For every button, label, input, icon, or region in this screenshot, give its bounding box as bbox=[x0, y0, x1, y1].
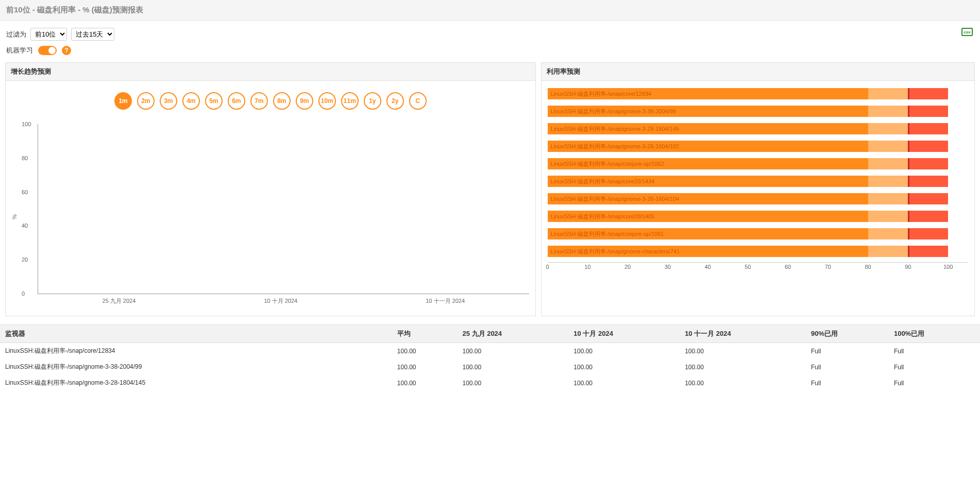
table-header[interactable]: 90%已用 bbox=[806, 325, 889, 343]
table-cell: Full bbox=[889, 359, 980, 375]
chart-ylabel: % bbox=[11, 214, 18, 219]
utilization-forecast-panel: 利用率预测 LinuxSSH:磁盘利用率-/snap/core/12834Lin… bbox=[541, 62, 975, 316]
export-icon[interactable]: csv bbox=[961, 28, 973, 36]
ytick: 40 bbox=[22, 222, 28, 229]
hbar-label: LinuxSSH:磁盘利用率-/snap/conjure-up/1061 bbox=[551, 230, 664, 238]
table-cell: LinuxSSH:磁盘利用率-/snap/gnome-3-38-2004/99 bbox=[0, 359, 392, 375]
xtick: 30 bbox=[665, 264, 671, 270]
table-cell: Full bbox=[806, 359, 889, 375]
range-pill-8m[interactable]: 8m bbox=[273, 92, 291, 110]
xtick: 70 bbox=[825, 264, 831, 270]
table-row[interactable]: LinuxSSH:磁盘利用率-/snap/core/12834100.00100… bbox=[0, 343, 980, 359]
hbar-label: LinuxSSH:磁盘利用率-/snap/gnome-3-26-1604/104 bbox=[551, 195, 679, 203]
table-cell: 100.00 bbox=[680, 375, 806, 391]
table-header[interactable]: 10 十一月 2024 bbox=[680, 325, 806, 343]
table-cell: 100.00 bbox=[680, 359, 806, 375]
table-cell: 100.00 bbox=[457, 375, 568, 391]
range-pill-3m[interactable]: 3m bbox=[160, 92, 177, 110]
table-cell: 100.00 bbox=[568, 375, 680, 391]
table-cell: 100.00 bbox=[457, 343, 568, 359]
hbar-row[interactable]: LinuxSSH:磁盘利用率-/snap/conjure-up/1061 bbox=[548, 227, 968, 241]
range-pill-6m[interactable]: 6m bbox=[228, 92, 245, 110]
xtick: 10 bbox=[584, 264, 590, 270]
table-header[interactable]: 监视器 bbox=[0, 325, 392, 343]
xtick: 10 十月 2024 bbox=[264, 297, 297, 305]
ytick: 60 bbox=[22, 189, 28, 195]
hbar-row[interactable]: LinuxSSH:磁盘利用率-/snap/gnome-3-28-1804/145 bbox=[548, 122, 968, 135]
xtick: 40 bbox=[704, 264, 711, 270]
ytick: 20 bbox=[22, 256, 28, 263]
xtick: 80 bbox=[865, 264, 871, 270]
range-pill-2y[interactable]: 2y bbox=[386, 92, 404, 110]
hbar-row[interactable]: LinuxSSH:磁盘利用率-/snap/core20/1434 bbox=[548, 175, 968, 188]
range-pill-1y[interactable]: 1y bbox=[364, 92, 381, 110]
range-pill-9m[interactable]: 9m bbox=[296, 92, 313, 110]
table-cell: LinuxSSH:磁盘利用率-/snap/gnome-3-28-1804/145 bbox=[0, 375, 392, 391]
range-pill-C[interactable]: C bbox=[409, 92, 427, 110]
range-pill-1m[interactable]: 1m bbox=[114, 92, 132, 110]
range-pill-11m[interactable]: 11m bbox=[341, 92, 359, 110]
growth-panel-title: 增长趋势预测 bbox=[6, 63, 535, 81]
hbar-label: LinuxSSH:磁盘利用率-/snap/gnome-3-38-2004/99 bbox=[551, 108, 676, 115]
hbar-label: LinuxSSH:磁盘利用率-/snap/gnome-3-26-1604/102 bbox=[551, 143, 679, 150]
filter-period-select[interactable]: 过去15天 bbox=[71, 28, 114, 41]
xtick: 60 bbox=[785, 264, 791, 270]
ytick: 0 bbox=[22, 290, 25, 297]
table-cell: LinuxSSH:磁盘利用率-/snap/core/12834 bbox=[0, 343, 392, 359]
hbar-row[interactable]: LinuxSSH:磁盘利用率-/snap/gnome-3-38-2004/99 bbox=[548, 105, 968, 118]
range-pill-5m[interactable]: 5m bbox=[205, 92, 223, 110]
ytick: 80 bbox=[22, 155, 28, 161]
xtick: 50 bbox=[745, 264, 751, 270]
hbar-label: LinuxSSH:磁盘利用率-/snap/gnome-3-28-1804/145 bbox=[551, 125, 679, 133]
table-cell: 100.00 bbox=[680, 343, 806, 359]
table-row[interactable]: LinuxSSH:磁盘利用率-/snap/gnome-3-28-1804/145… bbox=[0, 375, 980, 391]
xtick: 90 bbox=[905, 264, 911, 270]
hbar-row[interactable]: LinuxSSH:磁盘利用率-/snap/gnome-3-26-1604/104 bbox=[548, 192, 968, 205]
ml-toggle-row: 机器学习 ? bbox=[0, 46, 980, 62]
table-header[interactable]: 100%已用 bbox=[889, 325, 980, 343]
table-cell: 100.00 bbox=[457, 359, 568, 375]
xtick: 20 bbox=[624, 264, 631, 270]
hbar-row[interactable]: LinuxSSH:磁盘利用率-/snap/conjure-up/1062 bbox=[548, 157, 968, 170]
hbar-row[interactable]: LinuxSSH:磁盘利用率-/snap/gnome-3-26-1604/102 bbox=[548, 140, 968, 153]
table-cell: 100.00 bbox=[568, 343, 680, 359]
table-cell: Full bbox=[806, 375, 889, 391]
table-header[interactable]: 平均 bbox=[392, 325, 458, 343]
ml-toggle[interactable] bbox=[38, 46, 57, 55]
table-header[interactable]: 25 九月 2024 bbox=[457, 325, 568, 343]
table-cell: 100.00 bbox=[392, 375, 458, 391]
util-panel-title: 利用率预测 bbox=[542, 63, 974, 81]
ml-label: 机器学习 bbox=[6, 46, 33, 55]
range-pill-10m[interactable]: 10m bbox=[318, 92, 336, 110]
filter-top-select[interactable]: 前10位 bbox=[30, 28, 67, 41]
table-cell: 100.00 bbox=[392, 359, 458, 375]
xtick: 10 十一月 2024 bbox=[426, 297, 465, 305]
hbar-label: LinuxSSH:磁盘利用率-/snap/core/12834 bbox=[551, 90, 652, 98]
hbar-label: LinuxSSH:磁盘利用率-/snap/conjure-up/1062 bbox=[551, 160, 664, 168]
filter-label: 过滤为 bbox=[6, 30, 26, 39]
growth-bar-chart: % 25 九月 202410 十月 202410 十一月 2024 020406… bbox=[12, 124, 529, 310]
table-cell: 100.00 bbox=[568, 359, 680, 375]
range-pill-4m[interactable]: 4m bbox=[182, 92, 200, 110]
hbar-row[interactable]: LinuxSSH:磁盘利用率-/snap/core/12834 bbox=[548, 87, 968, 100]
range-pill-7m[interactable]: 7m bbox=[250, 92, 268, 110]
range-pill-2m[interactable]: 2m bbox=[137, 92, 155, 110]
page-title: 前10位 - 磁盘利用率 - % (磁盘)预测报表 bbox=[0, 0, 980, 21]
table-header[interactable]: 10 十月 2024 bbox=[568, 325, 680, 343]
growth-forecast-panel: 增长趋势预测 1m2m3m4m5m6m7m8m9m10m11m1y2yC % 2… bbox=[5, 62, 536, 316]
ytick: 100 bbox=[22, 121, 31, 127]
hbar-label: LinuxSSH:磁盘利用率-/snap/core20/1405 bbox=[551, 213, 655, 220]
utilization-hbar-chart: LinuxSSH:磁盘利用率-/snap/core/12834LinuxSSH:… bbox=[548, 87, 968, 283]
filter-bar: 过滤为 前10位 过去15天 csv bbox=[0, 21, 980, 46]
table-cell: Full bbox=[806, 343, 889, 359]
table-cell: Full bbox=[889, 343, 980, 359]
xtick: 25 九月 2024 bbox=[103, 297, 136, 305]
hbar-row[interactable]: LinuxSSH:磁盘利用率-/snap/gnome-characters/74… bbox=[548, 245, 968, 258]
help-icon[interactable]: ? bbox=[62, 46, 71, 55]
hbar-row[interactable]: LinuxSSH:磁盘利用率-/snap/core20/1405 bbox=[548, 210, 968, 223]
table-cell: 100.00 bbox=[392, 343, 458, 359]
hbar-label: LinuxSSH:磁盘利用率-/snap/core20/1434 bbox=[551, 178, 655, 185]
table-row[interactable]: LinuxSSH:磁盘利用率-/snap/gnome-3-38-2004/991… bbox=[0, 359, 980, 375]
hbar-label: LinuxSSH:磁盘利用率-/snap/gnome-characters/74… bbox=[551, 248, 680, 255]
forecast-table: 监视器平均25 九月 202410 十月 202410 十一月 202490%已… bbox=[0, 324, 980, 391]
